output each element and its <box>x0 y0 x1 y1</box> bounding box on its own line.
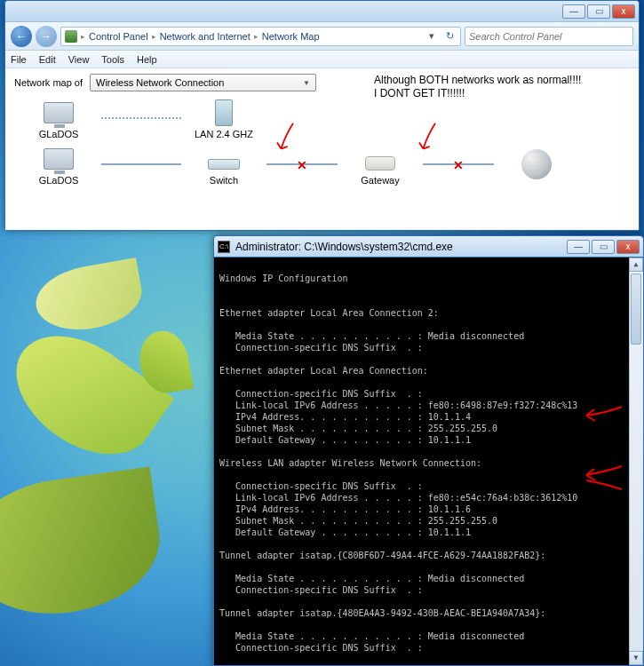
wallpaper-leaf <box>0 466 168 625</box>
menu-help[interactable]: Help <box>137 54 157 65</box>
address-dropdown-icon[interactable]: ▾ <box>425 30 439 42</box>
maximize-button[interactable]: ▭ <box>587 4 610 19</box>
cmd-titlebar[interactable]: C:\ Administrator: C:\Windows\system32\c… <box>214 236 643 258</box>
broken-link: ✕ <box>423 163 494 165</box>
scroll-thumb[interactable] <box>631 274 641 345</box>
menu-tools[interactable]: Tools <box>101 54 124 65</box>
breadcrumb-item[interactable]: Network and Internet <box>160 31 250 42</box>
chevron-right-icon: ▸ <box>81 32 85 41</box>
search-input[interactable] <box>469 31 629 42</box>
cmd-icon: C:\ <box>218 241 230 253</box>
network-map-content: Network map of Wireless Network Connecti… <box>5 68 639 230</box>
cmd-window: C:\ Administrator: C:\Windows\system32\c… <box>213 235 644 666</box>
user-annotation: Although BOTH networks work as normal!!!… <box>374 74 623 100</box>
breadcrumb-item[interactable]: Control Panel <box>89 31 148 42</box>
refresh-icon[interactable]: ↻ <box>442 30 457 42</box>
close-button[interactable]: x <box>612 4 635 19</box>
minimize-button[interactable]: — <box>567 240 590 254</box>
connection-select-value: Wireless Network Connection <box>96 77 224 88</box>
broken-link: ✕ <box>266 163 338 165</box>
device-label: Switch <box>210 175 238 186</box>
scrollbar[interactable]: ▲ ▼ <box>629 258 643 665</box>
device-label: Gateway <box>361 175 399 186</box>
wired-link <box>101 163 181 165</box>
menu-bar: File Edit View Tools Help <box>5 51 639 68</box>
search-box[interactable] <box>465 27 633 46</box>
device-gateway[interactable]: Gateway <box>345 143 416 186</box>
chevron-down-icon: ▼ <box>303 79 310 87</box>
device-access-point[interactable]: LAN 2.4 GHZ <box>188 97 259 139</box>
chevron-right-icon: ▸ <box>152 32 156 41</box>
maximize-button[interactable]: ▭ <box>592 240 615 254</box>
breadcrumb-item[interactable]: Network Map <box>262 31 320 42</box>
switch-icon <box>208 159 240 170</box>
device-switch[interactable]: Switch <box>188 143 259 186</box>
forward-button[interactable]: → <box>36 26 57 47</box>
menu-view[interactable]: View <box>68 54 90 65</box>
hand-arrow-annotation <box>547 451 624 512</box>
nav-toolbar: ← → ▸ Control Panel ▸ Network and Intern… <box>5 22 639 51</box>
explorer-window: — ▭ x ← → ▸ Control Panel ▸ Network and … <box>4 0 640 231</box>
device-label: GLaDOS <box>39 129 79 139</box>
map-of-label: Network map of <box>14 77 83 88</box>
scroll-down-button[interactable]: ▼ <box>629 651 643 665</box>
globe-icon <box>521 149 552 179</box>
x-icon: ✕ <box>453 158 464 172</box>
chevron-right-icon: ▸ <box>254 32 258 41</box>
device-this-pc[interactable]: GLaDOS <box>23 97 94 139</box>
scroll-up-button[interactable]: ▲ <box>629 258 643 272</box>
device-internet[interactable] <box>501 148 572 180</box>
cmd-title-text: Administrator: C:\Windows\system32\cmd.e… <box>235 241 561 253</box>
cmd-text: Windows IP Configuration Ethernet adapte… <box>219 274 577 665</box>
device-label: GLaDOS <box>39 175 79 186</box>
computer-icon <box>44 102 74 123</box>
control-panel-icon <box>65 30 77 43</box>
x-icon: ✕ <box>297 158 307 172</box>
device-this-pc[interactable]: GLaDOS <box>23 143 94 186</box>
wireless-link <box>101 117 181 119</box>
close-button[interactable]: x <box>616 240 640 254</box>
back-button[interactable]: ← <box>11 26 32 47</box>
hand-arrow-annotation <box>547 391 624 443</box>
device-label: LAN 2.4 GHZ <box>195 129 253 139</box>
menu-file[interactable]: File <box>11 54 27 65</box>
access-point-icon <box>215 99 233 126</box>
wallpaper-leaf <box>31 258 147 337</box>
address-bar[interactable]: ▸ Control Panel ▸ Network and Internet ▸… <box>60 27 461 46</box>
menu-edit[interactable]: Edit <box>39 54 56 65</box>
cmd-output[interactable]: Windows IP Configuration Ethernet adapte… <box>214 258 643 665</box>
titlebar[interactable]: — ▭ x <box>5 1 639 22</box>
computer-icon <box>44 148 74 170</box>
gateway-icon <box>365 156 395 170</box>
connection-select[interactable]: Wireless Network Connection ▼ <box>90 74 316 91</box>
minimize-button[interactable]: — <box>562 4 585 19</box>
